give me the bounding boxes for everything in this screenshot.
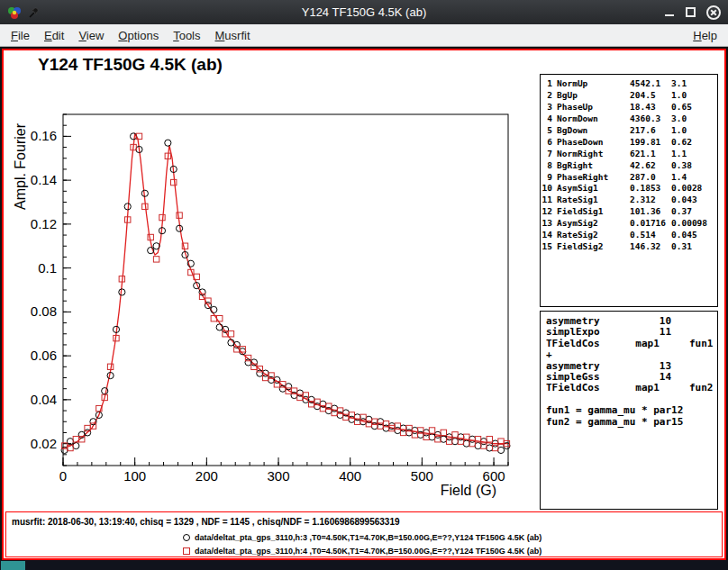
svg-text:400: 400 (339, 468, 361, 484)
parameter-row: 10AsymSig10.18530.0028 (541, 183, 717, 195)
maximize-button[interactable] (686, 7, 696, 17)
svg-text:0.04: 0.04 (31, 392, 57, 407)
theory-line: TFieldCos map1 fun2 (546, 383, 717, 394)
square-marker-icon (183, 547, 190, 555)
theory-line: fun2 = gamma_mu * par15 (546, 417, 717, 428)
parameter-row: 6PhaseDown199.810.62 (541, 137, 717, 149)
svg-text:0.12: 0.12 (31, 216, 57, 231)
fourier-plot[interactable]: 01002003004005006000.020.040.060.080.10.… (4, 72, 537, 510)
theory-line: + (546, 349, 717, 360)
theory-line: simplExpo 11 (546, 327, 717, 338)
app-icon (7, 5, 22, 20)
parameter-row: 1NormUp4542.13.1 (541, 78, 717, 90)
svg-text:200: 200 (196, 468, 218, 484)
svg-text:0.14: 0.14 (31, 172, 57, 187)
svg-text:300: 300 (268, 468, 290, 484)
menu-options[interactable]: Options (111, 26, 166, 45)
svg-text:0.02: 0.02 (31, 436, 57, 451)
svg-text:0.08: 0.08 (31, 303, 57, 319)
plot-frame (63, 114, 508, 466)
menu-edit[interactable]: Edit (37, 26, 71, 45)
stats-pad: musrfit: 2018-06-30, 13:19:40, chisq = 1… (5, 511, 723, 557)
parameter-row: 4NormDown4360.33.0 (541, 113, 717, 125)
parameter-row: 8BgRight42.620.38 (541, 160, 717, 172)
menubar: File Edit View Options Tools Musrfit Hel… (0, 24, 728, 47)
y-axis-title: Ampl. Fourier (13, 122, 28, 210)
menu-help[interactable]: Help (686, 26, 724, 45)
svg-text:0.1: 0.1 (38, 260, 57, 276)
theory-panel: asymmetry 10simplExpo 11TFieldCos map1 f… (540, 311, 718, 510)
fit-stats-line: musrfit: 2018-06-30, 13:19:40, chisq = 1… (12, 517, 400, 527)
app-window: Y124 TF150G 4.5K (ab) File Edit View Opt… (0, 0, 728, 570)
parameter-row: 3PhaseUp18.430.65 (541, 102, 717, 113)
taskbar-strip (0, 560, 728, 570)
svg-text:0.06: 0.06 (31, 348, 57, 363)
svg-text:100: 100 (123, 468, 146, 484)
parameter-row: 14RateSig20.5140.045 (541, 230, 717, 241)
x-axis-title: Field (G) (441, 483, 496, 498)
svg-text:0: 0 (59, 468, 67, 484)
menu-musrfit[interactable]: Musrfit (208, 26, 258, 45)
parameter-row: 13AsymSig20.017160.00098 (541, 218, 717, 230)
legend-row: data/deltat_pta_gps_3110,h:4 ,T0=4.50K,T… (6, 545, 722, 558)
titlebar: Y124 TF150G 4.5K (ab) (0, 0, 728, 24)
legend-row: data/deltat_pta_gps_3110,h:3 ,T0=4.50K,T… (6, 531, 722, 545)
legend: data/deltat_pta_gps_3110,h:3 ,T0=4.50K,T… (6, 531, 722, 558)
parameter-panel: 1NormUp4542.13.12BgUp204.51.03PhaseUp18.… (540, 74, 718, 307)
taskbar-launcher[interactable] (1, 561, 25, 570)
menu-tools[interactable]: Tools (166, 26, 207, 45)
minimize-button[interactable] (664, 7, 675, 18)
svg-text:0.16: 0.16 (31, 128, 57, 143)
root-canvas: Y124 TF150G 4.5K (ab) 010020030040050060… (2, 49, 726, 560)
parameter-row: 12FieldSig1101.360.37 (541, 206, 717, 218)
menu-file[interactable]: File (4, 26, 37, 45)
fit-line (63, 134, 508, 448)
parameter-row: 11RateSig12.3120.043 (541, 195, 717, 206)
theory-line: TFieldCos map1 fun1 (546, 339, 717, 349)
parameter-row: 7NormRight621.11.1 (541, 149, 717, 160)
circle-marker-icon (183, 534, 190, 541)
parameter-row: 5BgDown217.61.0 (541, 125, 717, 137)
parameter-row: 15FieldSig2146.320.31 (541, 241, 717, 253)
svg-text:500: 500 (411, 468, 433, 484)
parameter-row: 2BgUp204.51.0 (541, 90, 717, 102)
theory-line: fun1 = gamma_mu * par12 (546, 405, 717, 416)
menu-view[interactable]: View (71, 26, 111, 45)
pin-icon (28, 6, 40, 19)
close-button[interactable] (706, 5, 721, 20)
svg-text:600: 600 (483, 468, 505, 484)
parameter-row: 9PhaseRight287.01.4 (541, 172, 717, 184)
window-title: Y124 TF150G 4.5K (ab) (0, 5, 728, 19)
